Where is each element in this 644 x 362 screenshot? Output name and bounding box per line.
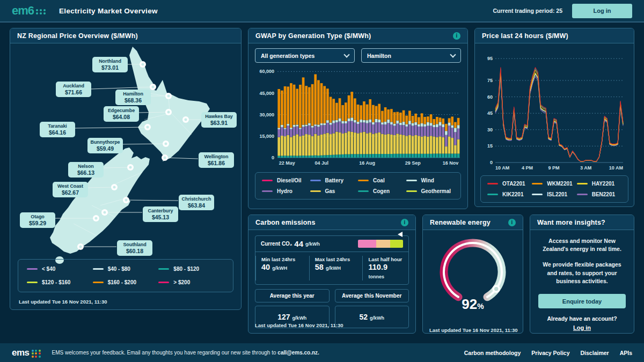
- carbon-emissions-panel: Carbon emissions i Current CO₂ 44 g/kWh …: [248, 215, 416, 334]
- svg-text:10 AM: 10 AM: [495, 165, 509, 171]
- legend-swatch-icon: [27, 282, 38, 283]
- renewable-percentage: 92%: [433, 296, 513, 313]
- region-dropdown[interactable]: Hamilton: [361, 48, 461, 63]
- svg-text:75: 75: [487, 78, 493, 83]
- map-legend: < $40 $40 - $80 $80 - $120 $120 - $160: [18, 259, 233, 292]
- co2-scale-segment: [390, 240, 403, 248]
- legend-item: ISL2201: [532, 191, 576, 197]
- legend-swatch-icon: [358, 180, 369, 181]
- legend-item: Wind: [406, 178, 455, 183]
- footer-link[interactable]: Privacy Policy: [531, 350, 569, 356]
- legend-swatch-icon: [158, 268, 169, 270]
- regional-price-panel: NZ Regional Price Overview ($/MWh) North…: [10, 28, 241, 310]
- legend-item: < $40: [27, 266, 93, 272]
- current-co2-unit: g/kWh: [305, 241, 320, 247]
- gwap-panel-header: GWAP by Generation Type ($/MWh) i: [248, 28, 467, 43]
- legend-label: ISL2201: [547, 191, 567, 197]
- gwap-panel: GWAP by Generation Type ($/MWh) i All ge…: [248, 28, 468, 209]
- info-icon[interactable]: i: [508, 219, 516, 226]
- legend-swatch-icon: [487, 183, 498, 184]
- price-24h-panel-title: Price last 24 hours ($/MW): [482, 32, 568, 40]
- legend-item: WKM2201: [532, 181, 576, 187]
- footer-link[interactable]: Disclaimer: [581, 350, 609, 356]
- gwap-stacked-bar-chart: 015,00030,00045,00060,00022 May04 Jul16 …: [255, 65, 461, 167]
- region-price-label: Nelson $66.13: [68, 162, 104, 178]
- co2-scale-bar: [358, 240, 403, 248]
- svg-text:4 PM: 4 PM: [522, 165, 533, 171]
- em6-logo-text: em6: [12, 5, 34, 17]
- legend-label: OTA2201: [502, 181, 525, 187]
- chevron-down-icon: [343, 51, 349, 57]
- region-price-label: Christchurch $63.84: [179, 195, 214, 210]
- svg-text:0: 0: [272, 155, 274, 160]
- login-button[interactable]: Log in: [572, 4, 632, 18]
- footer-email-link[interactable]: call@ems.co.nz.: [277, 350, 319, 356]
- insights-text-1: Access and monitor New Zealand's energy …: [538, 237, 626, 253]
- enquire-button[interactable]: Enquire today: [538, 294, 626, 308]
- svg-text:30: 30: [487, 127, 493, 132]
- map-last-updated: Last updated Tue 16 Nov 2021, 11:30: [19, 299, 107, 305]
- info-icon[interactable]: i: [401, 219, 408, 226]
- footer-link[interactable]: APIs: [620, 350, 632, 356]
- svg-text:60: 60: [487, 94, 493, 100]
- svg-text:9 PM: 9 PM: [548, 165, 560, 171]
- legend-label: Gas: [325, 188, 335, 194]
- legend-swatch-icon: [358, 190, 369, 192]
- co2-scale-segment: [376, 240, 391, 248]
- legend-swatch-icon: [262, 190, 273, 192]
- legend-swatch-icon: [532, 194, 543, 195]
- chevron-down-icon: [450, 51, 456, 57]
- carbon-panel-title: Carbon emissions: [255, 219, 316, 226]
- price-24h-panel-header: Price last 24 hours ($/MW): [475, 28, 634, 43]
- svg-text:3 AM: 3 AM: [580, 165, 591, 171]
- legend-item: BEN2201: [577, 191, 621, 197]
- info-icon[interactable]: i: [453, 32, 460, 40]
- co2-indicator-icon: [398, 232, 402, 237]
- region-price-label: Bunnythorpe $59.49: [87, 138, 123, 153]
- carbon-stat: Last half hour 110.9 tonnes: [362, 256, 408, 280]
- legend-item: Hydro: [262, 188, 310, 194]
- carbon-panel-header: Carbon emissions i: [248, 215, 415, 230]
- renewable-energy-panel: Renewable energy i 92% Last updated Tue …: [422, 215, 523, 334]
- legend-swatch-icon: [262, 180, 273, 181]
- svg-text:04 Jul: 04 Jul: [314, 160, 328, 166]
- legend-label: KIK2201: [502, 191, 523, 197]
- legend-label: Coal: [373, 178, 385, 183]
- carbon-stat: Min last 24hrs 40 g/kWH: [255, 256, 309, 280]
- login-link[interactable]: Log in: [573, 324, 591, 331]
- legend-item: Cogen: [358, 188, 406, 194]
- svg-text:45: 45: [487, 110, 493, 116]
- legend-item: $40 - $80: [93, 266, 159, 272]
- renewable-panel-title: Renewable energy: [430, 219, 491, 226]
- legend-label: Hydro: [277, 188, 292, 194]
- ems-logo[interactable]: ems: [12, 348, 41, 358]
- legend-item: HAY2201: [577, 181, 621, 187]
- legend-swatch-icon: [577, 183, 588, 184]
- legend-item: Gas: [310, 188, 358, 194]
- legend-item: OTA2201: [487, 181, 532, 187]
- svg-text:10 AM: 10 AM: [609, 165, 623, 171]
- legend-label: HAY2201: [592, 181, 614, 187]
- legend-label: Diesel/Oil: [277, 178, 302, 183]
- em6-logo[interactable]: em6: [12, 5, 46, 17]
- region-price-label: Otago $59.29: [20, 212, 55, 228]
- svg-text:30,000: 30,000: [259, 112, 274, 117]
- top-header: em6 Electricity Market Overview Current …: [0, 0, 644, 23]
- svg-text:16 Aug: 16 Aug: [359, 160, 375, 166]
- region-price-label: Wellington $61.86: [199, 152, 234, 168]
- gwap-legend: Diesel/Oil Battery Coal Wind: [255, 172, 461, 200]
- footer-link[interactable]: Carbon methodology: [464, 350, 521, 356]
- legend-item: $120 - $160: [27, 279, 93, 285]
- legend-label: $120 - $160: [42, 279, 70, 285]
- avg-year-label: Average this year: [255, 289, 330, 302]
- region-price-label: West Coast $62.67: [53, 182, 88, 197]
- insights-panel-header: Want more insights?: [530, 215, 634, 230]
- region-price-label: Auckland $71.66: [56, 82, 91, 97]
- avg-month-value: 52 g/kWh: [335, 306, 409, 328]
- svg-text:15,000: 15,000: [259, 134, 274, 139]
- svg-text:16 Nov: 16 Nov: [443, 160, 459, 166]
- page-title: Electricity Market Overview: [59, 7, 158, 15]
- avg-month-label: Average this November: [335, 289, 409, 302]
- generation-type-dropdown[interactable]: All generation types: [255, 48, 355, 63]
- legend-item: Geothermal: [406, 188, 455, 194]
